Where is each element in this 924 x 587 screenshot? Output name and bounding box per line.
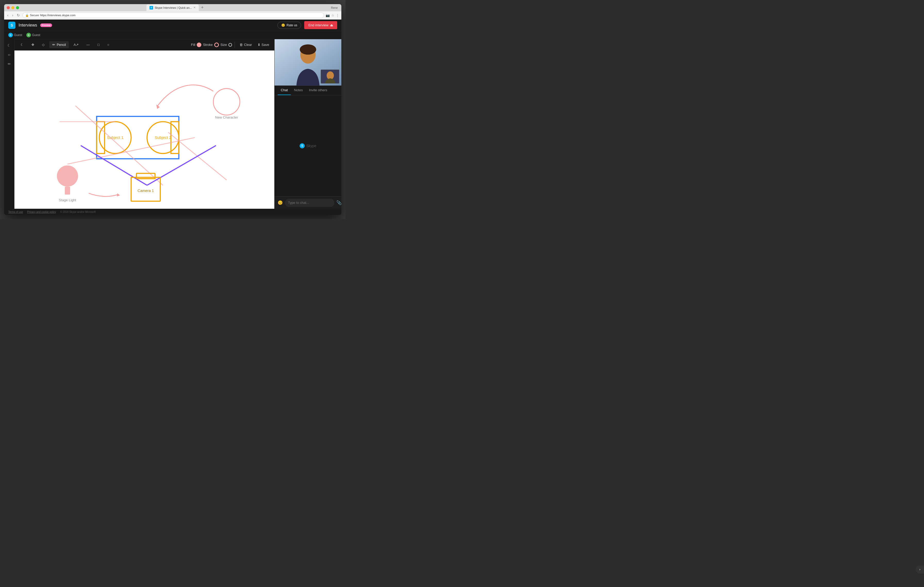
main-video [275, 39, 342, 86]
end-interview-button[interactable]: End interview ⏏ [304, 21, 337, 29]
drawing-toolbar: ☾ ✥ ◇ ✏ Pencil A↗ — □ ○ Fill [15, 39, 274, 51]
panel-tabs: Chat Notes Invite others [275, 86, 342, 95]
stroke-label: Stroke [203, 43, 213, 47]
app-container: S Interviews Preview 😊 Rate us End inter… [4, 20, 342, 215]
svg-point-25 [300, 44, 316, 54]
tab-notes[interactable]: Notes [291, 86, 306, 95]
tab-favicon: S [150, 6, 153, 10]
fill-color-picker[interactable] [197, 43, 201, 47]
app-footer: Terms of use Privacy and cookie policy ©… [4, 209, 342, 215]
svg-text:Camera 1: Camera 1 [138, 189, 154, 193]
participant-2-avatar: G [26, 33, 31, 37]
size-control: Size [220, 43, 232, 47]
tool-text[interactable]: A↗ [70, 41, 82, 48]
sidebar-code-button[interactable]: ‹› [5, 51, 13, 59]
svg-text:Subject 1: Subject 1 [107, 135, 124, 140]
svg-text:Subject 2: Subject 2 [155, 135, 171, 140]
participant-2: G Guest [26, 33, 40, 37]
menu-icon[interactable]: ⋮ [336, 13, 339, 17]
save-icon: ⬇ [257, 43, 261, 47]
tab-invite[interactable]: Invite others [306, 86, 330, 95]
exit-icon: ⏏ [330, 23, 333, 27]
canvas-wrapper: ☾ ✥ ◇ ✏ Pencil A↗ — □ ○ Fill [15, 39, 274, 209]
notes-tab-label: Notes [294, 88, 303, 92]
canvas-area[interactable]: Subject 1 Subject 2 [15, 51, 274, 209]
back-button[interactable]: ‹ [6, 13, 10, 18]
trash-icon: 🗑 [239, 43, 243, 47]
browser-titlebar: S Skype Interviews | Quick an... ✕ + Ren… [4, 4, 342, 12]
tool-eraser[interactable]: ◇ [39, 41, 48, 48]
tab-close-button[interactable]: ✕ [193, 6, 196, 9]
video-container [275, 39, 342, 86]
attach-button[interactable]: 📎 [337, 200, 342, 205]
svg-point-7 [213, 89, 240, 115]
emoji-button[interactable]: 😊 [278, 200, 283, 205]
sidebar-moon-button[interactable]: ☾ [5, 41, 13, 49]
lock-icon: 🔒 [25, 14, 29, 17]
pip-content [321, 70, 339, 84]
svg-line-16 [81, 146, 147, 185]
main-content: ☾ ‹› ✏ ☾ ✥ ◇ ✏ Pencil A↗ [4, 39, 342, 209]
participant-2-name: Guest [32, 33, 40, 37]
tool-circle[interactable]: ○ [104, 41, 112, 48]
canvas-svg: Subject 1 Subject 2 [15, 51, 274, 209]
preview-badge: Preview [40, 23, 52, 27]
rate-us-icon: 😊 [281, 23, 285, 27]
chat-input[interactable] [285, 199, 334, 207]
size-label: Size [220, 43, 227, 47]
pip-video [321, 69, 339, 84]
skype-watermark: S Skype [300, 143, 316, 148]
close-dot[interactable] [7, 6, 10, 9]
svg-line-17 [147, 146, 216, 185]
size-picker[interactable] [228, 43, 232, 47]
skype-watermark-label: Skype [306, 144, 316, 148]
bookmark-icon[interactable]: ☆ [331, 13, 334, 17]
new-tab-button[interactable]: + [201, 5, 204, 10]
maximize-dot[interactable] [16, 6, 19, 9]
browser-toolbar-icons: 📷 ☆ ⋮ [326, 13, 339, 17]
svg-marker-18 [117, 193, 120, 196]
save-button[interactable]: ⬇ Save [256, 42, 271, 48]
clear-button[interactable]: 🗑 Clear [238, 42, 254, 48]
browser-toolbar: ‹ › ↻ 🔒 Secure https://interviews.skype.… [4, 12, 342, 20]
clear-label: Clear [244, 43, 252, 47]
stroke-control: Stroke [203, 43, 219, 47]
participant-1-name: Guest [14, 33, 22, 37]
tool-move[interactable]: ✥ [28, 41, 37, 48]
sidebar-pen-button[interactable]: ✏ [5, 60, 13, 68]
svg-text:Stage Light: Stage Light [59, 198, 76, 202]
minimize-dot[interactable] [12, 6, 15, 9]
browser-tab[interactable]: S Skype Interviews | Quick an... ✕ [147, 4, 199, 11]
panel-content: S Skype [275, 95, 342, 196]
camera-icon[interactable]: 📷 [326, 13, 330, 17]
forward-button[interactable]: › [11, 13, 15, 18]
app-title: Interviews [18, 23, 37, 28]
svg-text:New Character: New Character [215, 115, 238, 119]
refresh-button[interactable]: ↻ [16, 13, 21, 18]
participant-1: G Guest [8, 33, 22, 37]
outer-window: S Skype Interviews | Quick an... ✕ + Ren… [0, 0, 345, 219]
terms-link[interactable]: Terms of use [8, 210, 23, 213]
svg-rect-11 [65, 187, 70, 194]
participant-1-avatar: G [8, 33, 13, 37]
address-bar[interactable]: 🔒 Secure https://interviews.skype.com [22, 12, 324, 18]
fill-control: Fill [191, 43, 201, 47]
tab-chat[interactable]: Chat [278, 86, 291, 95]
stroke-color-picker[interactable] [214, 43, 219, 47]
privacy-link[interactable]: Privacy and cookie policy [27, 210, 56, 213]
toolbar-divider [234, 42, 235, 48]
browser-user-label: Rene [331, 6, 339, 9]
tab-title: Skype Interviews | Quick an... [155, 6, 192, 9]
tool-line[interactable]: — [83, 41, 93, 48]
invite-tab-label: Invite others [309, 88, 327, 92]
fill-label: Fill [191, 43, 195, 47]
right-panel: Chat Notes Invite others S Skype [274, 39, 342, 209]
left-sidebar: ☾ ‹› ✏ [4, 39, 15, 209]
pencil-label: Pencil [57, 43, 66, 47]
tool-rect[interactable]: □ [94, 41, 102, 48]
address-bar-label: Secure [30, 14, 39, 17]
tool-pencil[interactable]: ✏ Pencil [49, 41, 69, 48]
rate-us-button[interactable]: 😊 Rate us [277, 21, 301, 29]
header-right: 😊 Rate us End interview ⏏ [277, 21, 337, 29]
tool-hand[interactable]: ☾ [18, 41, 27, 48]
